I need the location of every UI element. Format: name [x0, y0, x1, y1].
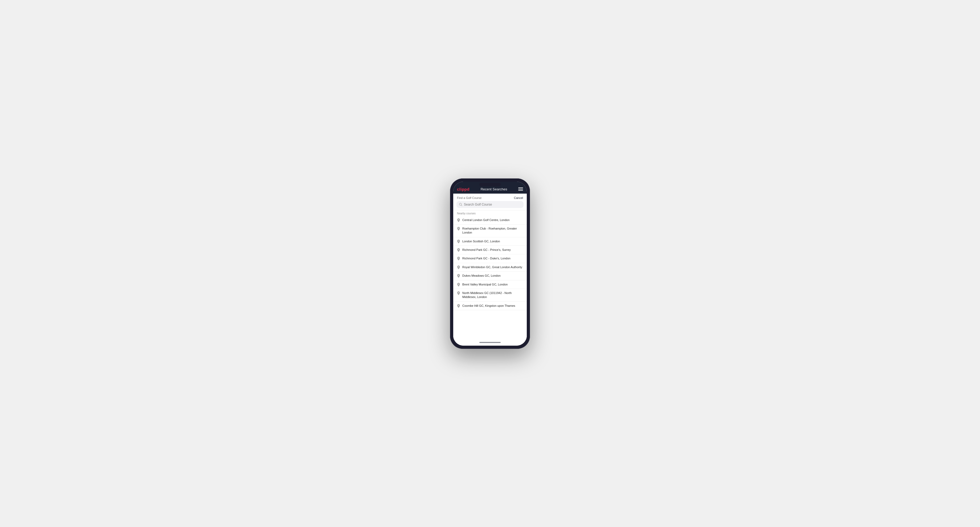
course-name: Richmond Park GC - Duke's, London [462, 256, 511, 260]
course-name: North Middlesex GC (1011942 - North Midd… [462, 291, 523, 299]
search-icon [459, 203, 462, 206]
pin-icon [457, 227, 460, 231]
course-name: Royal Wimbledon GC, Great London Authori… [462, 265, 522, 269]
cancel-button[interactable]: Cancel [514, 196, 523, 200]
course-name: Central London Golf Centre, London [462, 218, 509, 222]
course-name: Roehampton Club - Roehampton, Greater Lo… [462, 227, 523, 235]
nearby-section-label: Nearby courses [453, 210, 527, 216]
course-list-item[interactable]: London Scottish GC, London [453, 237, 527, 246]
svg-point-0 [459, 203, 461, 205]
app-logo: clippd [457, 187, 469, 192]
menu-icon[interactable] [518, 187, 523, 190]
course-list-item[interactable]: Brent Valley Municipal GC, London [453, 280, 527, 289]
course-name: London Scottish GC, London [462, 240, 500, 243]
pin-icon [457, 240, 460, 243]
main-content: Find a Golf Course Cancel Nearby courses [453, 194, 527, 340]
course-name: Brent Valley Municipal GC, London [462, 283, 508, 287]
pin-icon [457, 274, 460, 278]
pin-icon [457, 283, 460, 287]
phone-frame: clippd Recent Searches Find a Golf Cours… [450, 178, 530, 349]
course-list-item[interactable]: Richmond Park GC - Duke's, London [453, 254, 527, 263]
phone-screen: clippd Recent Searches Find a Golf Cours… [453, 182, 527, 346]
nav-title: Recent Searches [480, 187, 508, 191]
find-label: Find a Golf Course [457, 196, 482, 200]
course-list-item[interactable]: North Middlesex GC (1011942 - North Midd… [453, 289, 527, 302]
find-header: Find a Golf Course Cancel [453, 194, 527, 201]
pin-icon [457, 248, 460, 252]
search-container [453, 201, 527, 210]
home-bar [479, 342, 501, 343]
course-list-item[interactable]: Dukes Meadows GC, London [453, 271, 527, 280]
course-name: Coombe Hill GC, Kingston upon Thames [462, 304, 515, 308]
svg-line-1 [461, 205, 462, 206]
pin-icon [457, 265, 460, 269]
course-list-item[interactable]: Royal Wimbledon GC, Great London Authori… [453, 263, 527, 271]
pin-icon [457, 304, 460, 308]
pin-icon [457, 218, 460, 222]
home-indicator [453, 340, 527, 346]
course-list-item[interactable]: Richmond Park GC - Prince's, Surrey [453, 246, 527, 254]
course-name: Dukes Meadows GC, London [462, 274, 501, 278]
course-list-item[interactable]: Coombe Hill GC, Kingston upon Thames [453, 302, 527, 310]
course-list: Central London Golf Centre, London Roeha… [453, 216, 527, 340]
dynamic-island [479, 183, 501, 186]
course-name: Richmond Park GC - Prince's, Surrey [462, 248, 511, 252]
course-list-item[interactable]: Roehampton Club - Roehampton, Greater Lo… [453, 224, 527, 237]
pin-icon [457, 257, 460, 260]
search-box[interactable] [457, 201, 523, 208]
search-input[interactable] [464, 203, 521, 206]
pin-icon [457, 291, 460, 295]
course-list-item[interactable]: Central London Golf Centre, London [453, 216, 527, 224]
